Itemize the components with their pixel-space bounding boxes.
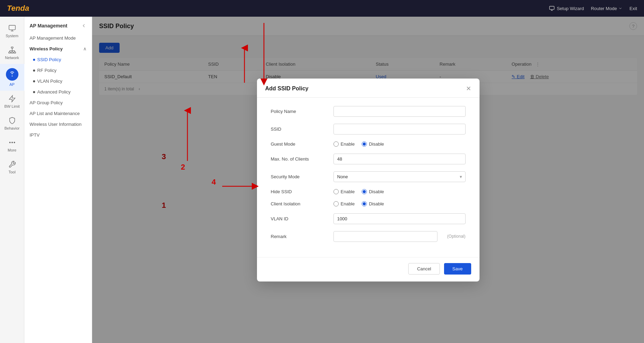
sidebar-item-network[interactable]: Network xyxy=(0,42,24,64)
input-remark[interactable] xyxy=(333,231,437,242)
svg-rect-8 xyxy=(11,52,13,54)
sidebar-item-advanced-policy[interactable]: Advanced Policy xyxy=(24,87,92,97)
svg-rect-9 xyxy=(14,52,16,54)
modal-overlay[interactable]: Add SSID Policy ✕ Policy Name SSID xyxy=(92,17,644,343)
form-row-policy-name: Policy Name xyxy=(271,106,466,117)
sidebar-label-tool: Tool xyxy=(8,170,15,174)
input-vlan-id[interactable] xyxy=(333,213,466,224)
secondary-sidebar: AP Management AP Management Mode Wireles… xyxy=(24,17,92,343)
sidebar-section-wireless-policy[interactable]: Wireless Policy ∧ xyxy=(24,43,92,54)
radio-hide-ssid-enable[interactable]: Enable xyxy=(333,189,355,194)
chevron-up-icon: ∧ xyxy=(83,46,87,51)
select-security-mode[interactable]: None WPA2-PSK WPA3-SAE xyxy=(333,171,466,182)
modal-title: Add SSID Policy xyxy=(265,85,308,92)
sidebar-item-ap-list[interactable]: AP List and Maintenance xyxy=(24,108,92,119)
label-guest-mode: Guest Mode xyxy=(271,141,327,147)
modal-body: Policy Name SSID Guest Mode Enable xyxy=(257,98,480,257)
form-row-max-clients: Max. No. of Clients xyxy=(271,154,466,164)
logo: Tenda xyxy=(7,4,29,13)
form-row-client-isolation: Client Isolation Enable Disable xyxy=(271,201,466,206)
svg-point-17 xyxy=(14,142,15,143)
sidebar-header-title: AP Management xyxy=(30,23,67,28)
label-policy-name: Policy Name xyxy=(271,109,327,114)
sidebar-item-ssid-policy[interactable]: SSID Policy xyxy=(24,54,92,65)
dot-icon xyxy=(33,59,35,61)
radio-client-isolation-enable[interactable]: Enable xyxy=(333,201,355,206)
top-nav-right: Setup Wizard Router Mode Exit xyxy=(549,6,637,11)
sidebar-label-ap: AP xyxy=(9,82,15,87)
input-ssid[interactable] xyxy=(333,124,466,134)
sidebar-item-rf-policy[interactable]: RF Policy xyxy=(24,65,92,76)
sidebar-item-tool[interactable]: Tool xyxy=(0,156,24,178)
svg-rect-0 xyxy=(549,6,554,9)
sidebar-item-behavior[interactable]: Behavior xyxy=(0,113,24,134)
annotation-4: 4 xyxy=(212,178,216,187)
svg-rect-7 xyxy=(8,52,10,54)
svg-point-15 xyxy=(9,142,10,143)
radio-group-guest-mode: Enable Disable xyxy=(333,141,384,147)
sidebar-item-wireless-user-info[interactable]: Wireless User Information xyxy=(24,119,92,130)
arrow-4 xyxy=(222,181,260,191)
sidebar-item-ap-group-policy[interactable]: AP Group Policy xyxy=(24,97,92,108)
sidebar-item-vlan-policy[interactable]: VLAN Policy xyxy=(24,76,92,87)
label-security-mode: Security Mode xyxy=(271,174,327,179)
label-max-clients: Max. No. of Clients xyxy=(271,156,327,162)
form-row-guest-mode: Guest Mode Enable Disable xyxy=(271,141,466,147)
add-ssid-policy-modal: Add SSID Policy ✕ Policy Name SSID xyxy=(257,79,480,281)
main-layout: System Network AP BW Limit xyxy=(0,17,644,343)
svg-rect-6 xyxy=(11,47,13,48)
modal-header: Add SSID Policy ✕ xyxy=(257,79,480,98)
setup-wizard-button[interactable]: Setup Wizard xyxy=(549,6,584,11)
label-ssid: SSID xyxy=(271,126,327,132)
input-max-clients[interactable] xyxy=(333,154,466,164)
sidebar-label-system: System xyxy=(6,34,18,38)
exit-button[interactable]: Exit xyxy=(629,6,637,11)
main-content: SSID Policy ? Add Policy Name SSID Clien… xyxy=(92,17,644,343)
dot-icon xyxy=(33,70,35,72)
label-vlan-id: VLAN ID xyxy=(271,216,327,221)
radio-hide-ssid-disable[interactable]: Disable xyxy=(362,189,384,194)
radio-client-isolation-disable[interactable]: Disable xyxy=(362,201,384,206)
sidebar-label-bwlimit: BW Limit xyxy=(5,104,20,108)
label-hide-ssid: Hide SSID xyxy=(271,189,327,194)
dot-icon xyxy=(33,80,35,82)
form-row-hide-ssid: Hide SSID Enable Disable xyxy=(271,189,466,194)
radio-group-hide-ssid: Enable Disable xyxy=(333,189,384,194)
save-button[interactable]: Save xyxy=(444,263,471,275)
radio-group-client-isolation: Enable Disable xyxy=(333,201,384,206)
sidebar-item-system[interactable]: System xyxy=(0,20,24,42)
input-policy-name[interactable] xyxy=(333,106,466,117)
label-remark: Remark xyxy=(271,234,327,239)
dot-icon xyxy=(33,91,35,93)
svg-rect-3 xyxy=(9,25,15,30)
sidebar-item-iptv[interactable]: IPTV xyxy=(24,130,92,140)
sidebar-item-ap[interactable]: AP xyxy=(0,64,24,91)
sidebar-header: AP Management xyxy=(24,20,92,33)
optional-hint: (Optional) xyxy=(447,234,466,239)
sidebar-label-more: More xyxy=(8,148,16,152)
sidebar-label-network: Network xyxy=(5,56,19,60)
sidebar-item-bwlimit[interactable]: BW Limit xyxy=(0,91,24,113)
icon-sidebar: System Network AP BW Limit xyxy=(0,17,24,343)
modal-close-button[interactable]: ✕ xyxy=(466,85,471,92)
top-nav: Tenda Setup Wizard Router Mode Exit xyxy=(0,0,644,17)
form-row-vlan-id: VLAN ID xyxy=(271,213,466,224)
sidebar-item-more[interactable]: More xyxy=(0,134,24,156)
sidebar-label-behavior: Behavior xyxy=(5,126,19,130)
label-client-isolation: Client Isolation xyxy=(271,201,327,206)
select-wrapper-security-mode: None WPA2-PSK WPA3-SAE ▾ xyxy=(333,171,466,182)
form-row-ssid: SSID xyxy=(271,124,466,134)
router-mode-button[interactable]: Router Mode xyxy=(591,6,622,11)
form-row-security-mode: Security Mode None WPA2-PSK WPA3-SAE ▾ xyxy=(271,171,466,182)
modal-footer: Cancel Save xyxy=(257,257,480,281)
radio-guest-mode-enable[interactable]: Enable xyxy=(333,141,355,147)
radio-guest-mode-disable[interactable]: Disable xyxy=(362,141,384,147)
form-row-remark: Remark (Optional) xyxy=(271,231,466,242)
sidebar-item-ap-management-mode[interactable]: AP Management Mode xyxy=(24,33,92,43)
svg-point-16 xyxy=(11,142,13,143)
cancel-button[interactable]: Cancel xyxy=(408,263,440,275)
